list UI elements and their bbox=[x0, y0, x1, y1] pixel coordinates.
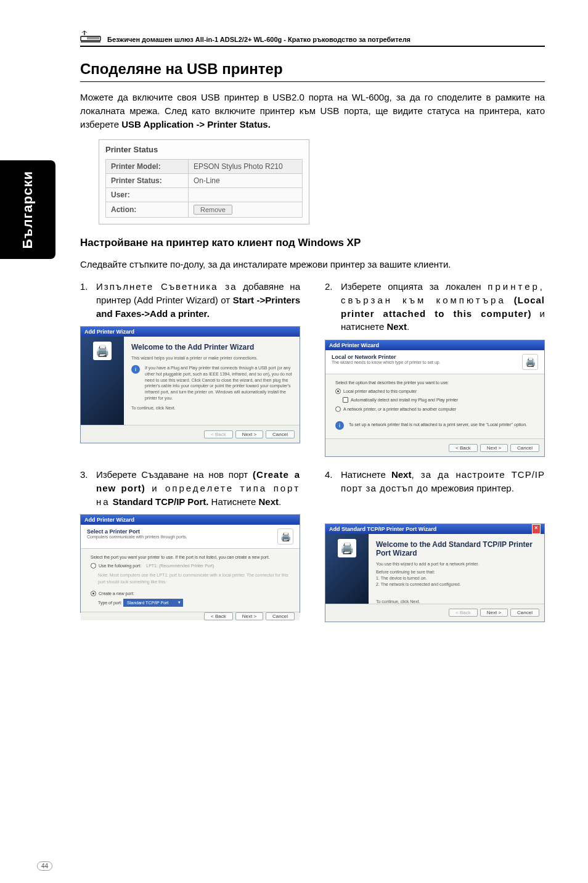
action-label: Action: bbox=[106, 202, 189, 218]
step-2-bold-e: Next bbox=[386, 321, 407, 332]
wizard-1-continue: To continue, click Next. bbox=[131, 405, 292, 411]
wizard-3-opt2-label: Create a new port: bbox=[99, 590, 134, 597]
printer-status-value: On-Line bbox=[188, 174, 302, 188]
step-2: 2. Изберете опцията за локален принтер, … bbox=[325, 280, 545, 334]
printer-icon: 🖨️ bbox=[522, 354, 538, 370]
step-3-bold-e: Standard TCP/IP Port. bbox=[113, 496, 209, 507]
table-row: Action: Remove bbox=[106, 202, 303, 218]
remove-button[interactable]: Remove bbox=[194, 205, 232, 215]
radio-off-icon bbox=[335, 406, 341, 412]
wizard-3-titlebar: Add Printer Wizard bbox=[81, 515, 300, 525]
wizard-2-radio-local[interactable]: Local printer attached to this computer bbox=[335, 388, 534, 395]
wizard-4-titlebar: Add Standard TCP/IP Printer Port Wizard bbox=[329, 524, 436, 534]
wizard-4-sidebar: 🖨️ bbox=[325, 534, 369, 604]
wizard-2-opt2-label: A network printer, or a printer attached… bbox=[343, 406, 456, 413]
printer-status-label: Printer Status: bbox=[106, 174, 189, 188]
step-3-text-f: Натиснете bbox=[208, 496, 258, 507]
wizard-3-sub: Computers communicate with printers thro… bbox=[87, 535, 187, 539]
step-3-num: 3. bbox=[80, 468, 90, 508]
step-1-text-a: Изпълнете Съветника за bbox=[96, 281, 237, 292]
wizard-2-opt1-label: Local printer attached to this computer bbox=[343, 388, 417, 395]
wizard-3-opt1-label: Use the following port: bbox=[99, 562, 141, 569]
router-icon bbox=[80, 31, 101, 44]
radio-off-icon bbox=[91, 563, 96, 569]
wizard-3-radio-newport[interactable]: Create a new port: bbox=[91, 590, 290, 597]
wizard-3-cancel-button[interactable]: Cancel bbox=[266, 612, 295, 620]
wizard-2-next-button[interactable]: Next > bbox=[480, 444, 508, 452]
printer-icon: 🖨️ bbox=[93, 342, 112, 360]
wizard-3-prompt: Select the port you want your printer to… bbox=[91, 554, 290, 561]
wizard-screenshot-2: Add Printer Wizard Local or Network Prin… bbox=[325, 340, 545, 457]
wizard-3-opt1-value: LPT1: (Recommended Printer Port) bbox=[146, 562, 214, 569]
table-row: Printer Status: On-Line bbox=[106, 174, 303, 188]
step-3-text-h: . bbox=[279, 496, 281, 507]
wizard-4-back-button[interactable]: < Back bbox=[449, 609, 478, 617]
action-cell: Remove bbox=[188, 202, 302, 218]
printer-status-table: Printer Model: EPSON Stylus Photo R210 P… bbox=[105, 159, 303, 218]
wizard-2-radio-network[interactable]: A network printer, or a printer attached… bbox=[335, 406, 534, 413]
sub-paragraph: Следвайте стъпките по-долу, за да инстал… bbox=[80, 258, 545, 271]
wizard-3-radio-useport[interactable]: Use the following port: LPT1: (Recommend… bbox=[91, 562, 290, 569]
wizard-4-continue: To continue, click Next. bbox=[376, 599, 537, 604]
printer-icon: 🖨️ bbox=[338, 539, 356, 557]
wizard-1-cancel-button[interactable]: Cancel bbox=[266, 430, 295, 438]
printer-model-value: EPSON Stylus Photo R210 bbox=[188, 160, 302, 174]
radio-on-icon bbox=[91, 591, 96, 596]
wizard-2-cancel-button[interactable]: Cancel bbox=[510, 444, 539, 452]
wizard-1-back-button[interactable]: < Back bbox=[204, 430, 233, 438]
step-4-bold-b: Next bbox=[391, 469, 412, 480]
table-row: User: bbox=[106, 188, 303, 202]
page-number: 44 bbox=[37, 861, 52, 871]
wizard-4-next-button[interactable]: Next > bbox=[480, 609, 508, 617]
wizard-4-b1: 1. The device is turned on. bbox=[376, 575, 537, 581]
wizard-1-titlebar: Add Printer Wizard bbox=[81, 327, 300, 337]
wizard-1-next-button[interactable]: Next > bbox=[235, 430, 263, 438]
wizard-1-heading: Welcome to the Add Printer Wizard bbox=[131, 343, 292, 351]
wizard-2-titlebar: Add Printer Wizard bbox=[325, 340, 544, 350]
wizard-2-info: To set up a network printer that is not … bbox=[349, 421, 534, 430]
info-icon: i bbox=[335, 421, 344, 430]
wizard-1-info: If you have a Plug and Play printer that… bbox=[145, 365, 292, 401]
svg-rect-3 bbox=[81, 36, 100, 41]
wizard-3-next-button[interactable]: Next > bbox=[235, 612, 263, 620]
wizard-3-heading: Select a Printer Port bbox=[87, 528, 187, 535]
step-4-text-d: мрежовия принтер. bbox=[428, 483, 514, 493]
wizard-3-typeport-label: Type of port: bbox=[98, 601, 122, 605]
wizard-2-sub: The wizard needs to know which type of p… bbox=[332, 360, 441, 364]
wizard-screenshot-4: Add Standard TCP/IP Printer Port Wizard … bbox=[325, 524, 545, 622]
wizard-screenshot-1: Add Printer Wizard 🖨️ Welcome to the Add… bbox=[80, 326, 300, 443]
step-1: 1. Изпълнете Съветника за добавяне на пр… bbox=[80, 280, 300, 320]
step-2-text-a: Изберете опцията за локален bbox=[341, 281, 488, 292]
step-3: 3. Изберете Създаване на нов порт (Creat… bbox=[80, 468, 300, 508]
intro-bold: USB Application -> Printer Status. bbox=[121, 119, 271, 129]
wizard-2-checkbox-autodetect[interactable]: Automatically detect and install my Plug… bbox=[343, 396, 534, 403]
wizard-3-porttype-dropdown[interactable]: Standard TCP/IP Port bbox=[123, 599, 183, 607]
wizard-screenshot-3: Add Printer Wizard Select a Printer Port… bbox=[80, 514, 300, 613]
printer-status-box: Printer Status Printer Model: EPSON Styl… bbox=[99, 139, 309, 224]
step-4-num: 4. bbox=[325, 468, 335, 495]
wizard-2-back-button[interactable]: < Back bbox=[449, 444, 478, 452]
step-3-text-a: Изберете Създаване на нов порт bbox=[96, 469, 253, 480]
intro-paragraph: Можете да включите своя USB принтер в US… bbox=[80, 91, 545, 131]
close-icon[interactable]: × bbox=[532, 524, 541, 534]
user-value bbox=[188, 188, 302, 202]
step-4-text-a: Натиснете bbox=[341, 469, 391, 480]
wizard-3-back-button[interactable]: < Back bbox=[204, 612, 233, 620]
language-side-tab: Български bbox=[0, 160, 55, 259]
printer-model-label: Printer Model: bbox=[106, 160, 189, 174]
wizard-4-line2: Before continuing be sure that: bbox=[376, 569, 537, 575]
wizard-4-heading: Welcome to the Add Standard TCP/IP Print… bbox=[376, 540, 537, 557]
language-label: Български bbox=[20, 171, 36, 248]
table-row: Printer Model: EPSON Stylus Photo R210 bbox=[106, 160, 303, 174]
checkbox-icon bbox=[343, 397, 348, 403]
step-3-bold-g: Next bbox=[259, 496, 279, 507]
wizard-4-cancel-button[interactable]: Cancel bbox=[510, 609, 539, 617]
header-product-line: Безжичен домашен шлюз All-in-1 ADSL2/2+ … bbox=[107, 36, 410, 43]
wizard-2-opt1a-label: Automatically detect and install my Plug… bbox=[351, 396, 458, 403]
step-1-num: 1. bbox=[80, 280, 90, 320]
radio-on-icon bbox=[335, 388, 341, 394]
wizard-1-sidebar: 🖨️ bbox=[81, 337, 124, 425]
step-2-num: 2. bbox=[325, 280, 335, 334]
printer-icon: 🖨️ bbox=[277, 528, 293, 544]
wizard-3-note: Note: Most computers use the LPT1: port … bbox=[98, 572, 290, 585]
